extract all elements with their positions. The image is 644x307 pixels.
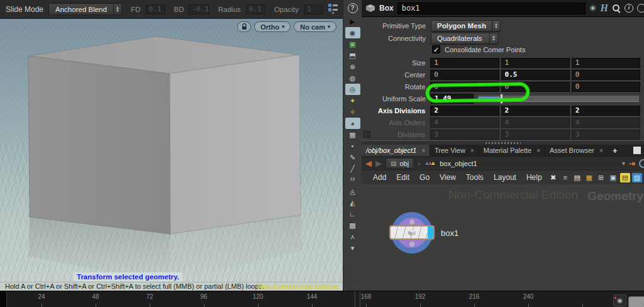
scroll-down-icon[interactable]: ▾ bbox=[345, 242, 360, 254]
path-dropdown-icon[interactable]: ▾ bbox=[622, 160, 625, 167]
scene-viewport[interactable]: Ortho ▾ No cam ▾ Transform selected geom… bbox=[0, 19, 343, 291]
node-name-input[interactable]: box1 bbox=[397, 3, 586, 14]
smooth-shaded-icon[interactable]: ◕ bbox=[345, 118, 360, 129]
camera-dropdown[interactable]: No cam ▾ bbox=[294, 21, 336, 32]
rotate-z-field[interactable]: 0 bbox=[572, 82, 640, 92]
menu-view[interactable]: View bbox=[435, 173, 461, 182]
slider-handle[interactable] bbox=[500, 94, 503, 104]
cube-right-face[interactable] bbox=[170, 55, 301, 234]
maximize-pane-icon[interactable] bbox=[633, 147, 641, 154]
axis-icon[interactable]: ⋏ bbox=[345, 231, 360, 242]
center-x-field[interactable]: 0 bbox=[430, 70, 499, 80]
rotate-y-field[interactable]: 0 bbox=[501, 82, 570, 92]
list-icon[interactable]: ▤ bbox=[572, 173, 582, 182]
lighting-icon[interactable]: ◎ bbox=[345, 84, 360, 95]
brush-icon[interactable]: ✎ bbox=[345, 152, 360, 163]
close-icon[interactable]: × bbox=[470, 147, 474, 154]
close-icon[interactable]: × bbox=[536, 147, 540, 154]
menu-tools[interactable]: Tools bbox=[461, 173, 489, 182]
clipped-icon[interactable] bbox=[637, 4, 644, 13]
uniform-scale-slider[interactable] bbox=[478, 95, 639, 102]
primitive-normals-icon[interactable]: ◭ bbox=[345, 197, 360, 208]
fd-field[interactable]: 0.1 bbox=[145, 4, 165, 14]
blend-mode-dropdown[interactable]: Anchored Blend ▲▼ bbox=[48, 3, 122, 15]
breadcrumb-node[interactable]: ▲▲▲ box_object1 bbox=[424, 160, 618, 167]
box-geometry[interactable] bbox=[0, 19, 343, 291]
tree-icon[interactable]: ≡ bbox=[560, 173, 570, 182]
node-body[interactable] bbox=[389, 225, 435, 240]
toolbar-options-icon[interactable]: ▾ bbox=[328, 4, 338, 15]
houdini-logo-icon[interactable]: H bbox=[601, 3, 608, 14]
back-button[interactable]: ◀ bbox=[365, 159, 372, 167]
network-editor[interactable]: Non-Commercial Edition Geometry box1 bbox=[362, 184, 644, 296]
tab-material-palette[interactable]: Material Palette × bbox=[479, 145, 545, 156]
group-select-icon[interactable]: ▩ bbox=[345, 220, 360, 231]
lock-icon[interactable]: ⬒ bbox=[345, 50, 360, 61]
snapshot-button[interactable]: ◉ bbox=[613, 294, 626, 306]
update-mode-button[interactable]: Auto Update bbox=[628, 296, 644, 307]
expand-icon[interactable]: ▶ bbox=[345, 16, 360, 27]
close-icon[interactable]: × bbox=[421, 147, 425, 154]
primitive-numbers-icon[interactable]: ◬ bbox=[345, 186, 360, 197]
rotate-x-field[interactable]: 0 bbox=[430, 82, 499, 92]
node-display-flag[interactable] bbox=[428, 226, 433, 238]
center-z-field[interactable]: 0 bbox=[572, 70, 640, 80]
forward-button[interactable]: ▶ bbox=[375, 159, 382, 167]
opacity-field[interactable]: 1 bbox=[304, 4, 323, 14]
box1-node[interactable] bbox=[391, 212, 433, 254]
size-z-field[interactable]: 1 bbox=[572, 58, 640, 68]
pen-icon[interactable]: ╱ bbox=[345, 163, 360, 174]
projection-dropdown[interactable]: Ortho ▾ bbox=[254, 21, 291, 32]
menu-go[interactable]: Go bbox=[414, 173, 435, 182]
lock-view-button[interactable] bbox=[237, 21, 251, 32]
pin-icon[interactable]: ⇥ bbox=[629, 159, 635, 168]
spinner-arrows-icon[interactable]: ▲▼ bbox=[113, 4, 121, 14]
cube-left-face[interactable] bbox=[28, 56, 170, 234]
grid-icon[interactable]: ⊞ bbox=[596, 173, 606, 182]
menu-layout[interactable]: Layout bbox=[489, 173, 521, 182]
tab-tree-view[interactable]: Tree View × bbox=[430, 145, 479, 156]
bd-field[interactable]: -0.1 bbox=[189, 4, 209, 14]
timeline-ruler[interactable]: 24487296120144168192216240 bbox=[0, 291, 644, 307]
radius-field[interactable]: 0.1 bbox=[246, 4, 265, 14]
high-quality-lighting-icon[interactable]: ✧ bbox=[345, 106, 360, 118]
image-icon[interactable]: ▨ bbox=[632, 173, 642, 182]
axis-divisions-z-field[interactable]: 2 bbox=[572, 106, 640, 116]
close-icon[interactable]: × bbox=[599, 147, 603, 154]
note-icon[interactable]: ▤ bbox=[620, 173, 630, 182]
primitive-type-dropdown[interactable]: Polygon Mesh ▲▼ bbox=[431, 20, 501, 31]
normal-lighting-icon[interactable]: ✦ bbox=[345, 95, 360, 106]
tab-asset-browser[interactable]: Asset Browser × bbox=[545, 145, 608, 156]
flipbook-icon[interactable]: ▦ bbox=[345, 129, 360, 140]
material-sphere-icon[interactable]: ◍ bbox=[345, 72, 360, 84]
point-numbers-icon[interactable]: ¹² bbox=[345, 174, 360, 186]
snap-icon[interactable]: ▣ bbox=[345, 38, 360, 50]
uniform-scale-field[interactable]: 1.49 bbox=[431, 94, 474, 104]
info-icon[interactable]: i bbox=[625, 4, 633, 13]
windows-icon[interactable]: ▣ bbox=[608, 173, 618, 182]
center-y-field[interactable]: 0.5 bbox=[501, 70, 570, 80]
search-icon[interactable] bbox=[612, 4, 621, 13]
breadcrumb-root[interactable]: ▤ obj bbox=[386, 158, 414, 169]
measure-icon[interactable]: ∟ bbox=[345, 208, 360, 220]
tab-network-path[interactable]: /obj/box_object1 × bbox=[362, 145, 430, 156]
show-points-icon[interactable]: ◉ bbox=[345, 27, 360, 38]
palette-icon[interactable]: ▦ bbox=[584, 173, 594, 182]
menu-edit[interactable]: Edit bbox=[391, 173, 414, 182]
axis-divisions-y-field[interactable]: 2 bbox=[501, 106, 570, 116]
help-icon[interactable]: ? bbox=[345, 3, 360, 14]
axis-divisions-x-field[interactable]: 2 bbox=[430, 106, 499, 116]
headlight-off-icon[interactable]: ⊗ bbox=[345, 61, 360, 72]
gear-icon[interactable]: ✳ bbox=[589, 3, 597, 13]
pane-splitter[interactable] bbox=[362, 140, 644, 145]
tools-icon[interactable]: ✖ bbox=[548, 173, 558, 182]
connectivity-dropdown[interactable]: Quadrilaterals ▲▼ bbox=[431, 33, 498, 44]
node-input-connector[interactable] bbox=[409, 220, 414, 225]
size-y-field[interactable]: 1 bbox=[501, 58, 570, 68]
new-tab-button[interactable]: + bbox=[608, 145, 622, 156]
size-x-field[interactable]: 1 bbox=[430, 58, 499, 68]
point-display-icon[interactable]: • bbox=[345, 140, 360, 152]
consolidate-checkbox[interactable]: ✓ bbox=[432, 45, 440, 53]
menu-add[interactable]: Add bbox=[368, 173, 391, 182]
menu-help[interactable]: Help bbox=[521, 173, 547, 182]
